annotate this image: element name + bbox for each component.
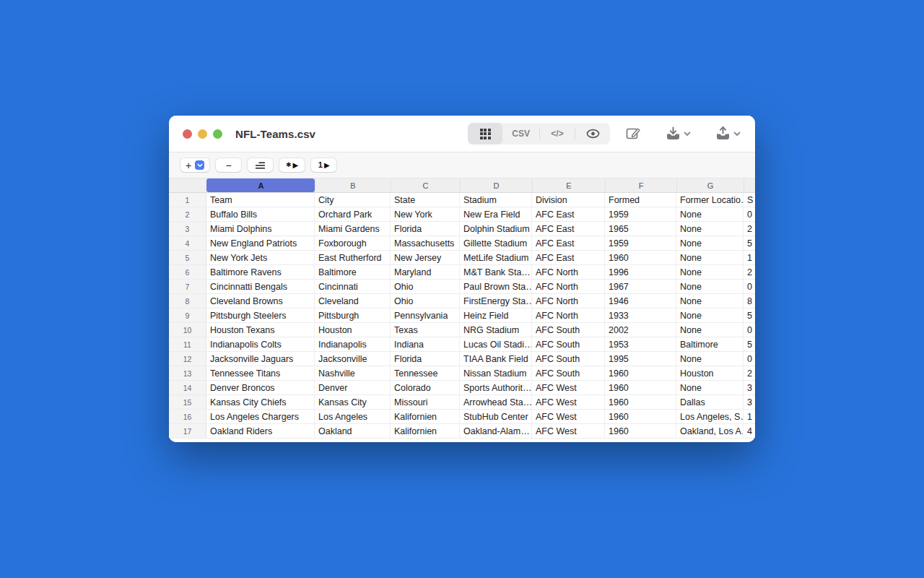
cell[interactable]: Los Angeles xyxy=(315,410,391,423)
cell[interactable]: None xyxy=(676,323,744,337)
cell[interactable]: 3 xyxy=(744,395,755,409)
cell[interactable]: StubHub Center xyxy=(460,410,532,423)
cell[interactable]: None xyxy=(676,251,744,264)
cell[interactable]: East Rutherford xyxy=(315,251,391,264)
cell[interactable]: 5 xyxy=(744,337,755,351)
row-number[interactable]: 17 xyxy=(169,424,206,438)
cell[interactable]: Baltimore xyxy=(315,265,391,279)
cell[interactable]: Cincinnati xyxy=(315,280,391,293)
cell[interactable]: Indianapolis Colts xyxy=(206,337,315,351)
cell[interactable]: Nissan Stadium xyxy=(460,366,532,380)
cell[interactable]: 1960 xyxy=(605,251,676,264)
cell[interactable]: Cleveland xyxy=(315,294,391,308)
cell[interactable]: AFC West xyxy=(532,395,605,409)
cell[interactable]: FirstEnergy Sta… xyxy=(460,294,532,308)
minimize-button[interactable] xyxy=(198,129,207,139)
cell[interactable]: New Jersey xyxy=(391,251,460,264)
cell[interactable]: None xyxy=(676,222,744,236)
cell[interactable]: Kansas City xyxy=(315,395,391,409)
column-header-A[interactable]: A xyxy=(206,178,315,192)
cell[interactable]: Buffalo Bills xyxy=(206,207,315,221)
column-header-C[interactable]: C xyxy=(391,178,460,192)
cell[interactable]: 5 xyxy=(744,236,755,250)
cell[interactable]: AFC West xyxy=(532,381,605,394)
list-options-button[interactable] xyxy=(248,158,273,172)
cell[interactable]: Missouri xyxy=(391,395,460,409)
cell[interactable]: None xyxy=(676,265,744,279)
cell[interactable]: AFC West xyxy=(532,424,605,438)
cell[interactable]: 1933 xyxy=(605,309,676,322)
cell[interactable]: AFC South xyxy=(532,366,605,380)
insert-column-button[interactable]: ✱ ▶ xyxy=(279,158,305,172)
cell[interactable]: AFC South xyxy=(532,352,605,366)
cell[interactable]: Pittsburgh Steelers xyxy=(206,309,315,322)
cell[interactable]: 1960 xyxy=(605,381,676,394)
tab-code-view[interactable]: </> xyxy=(540,123,575,144)
cell[interactable]: Maryland xyxy=(391,265,460,279)
cell[interactable]: Foxborough xyxy=(315,236,391,250)
tab-csv-view[interactable]: CSV xyxy=(502,123,539,144)
cell[interactable]: Colorado xyxy=(391,381,460,394)
cell[interactable]: Miami Dolphins xyxy=(206,222,315,236)
cell[interactable]: Dallas xyxy=(676,395,744,409)
cell[interactable]: None xyxy=(676,294,744,308)
row-number[interactable]: 5 xyxy=(169,251,206,264)
zoom-button[interactable] xyxy=(213,129,222,139)
cell[interactable]: Gillette Stadium xyxy=(460,236,532,250)
cell[interactable]: None xyxy=(676,236,744,250)
cell[interactable]: Ohio xyxy=(391,280,460,293)
cell[interactable]: AFC North xyxy=(532,294,605,308)
cell[interactable]: Oakland, Los A… xyxy=(676,424,744,438)
cell[interactable]: AFC East xyxy=(532,222,605,236)
cell[interactable]: Los Angeles Chargers xyxy=(206,410,315,423)
tab-preview[interactable] xyxy=(575,123,610,144)
cell[interactable]: 1995 xyxy=(605,352,676,366)
row-number[interactable]: 10 xyxy=(169,323,206,337)
row-number[interactable]: 8 xyxy=(169,294,206,308)
cell[interactable]: Texas xyxy=(391,323,460,337)
cell[interactable]: None xyxy=(676,280,744,293)
cell[interactable]: 2 xyxy=(744,265,755,279)
row-number[interactable]: 4 xyxy=(169,236,206,250)
cell[interactable]: AFC East xyxy=(532,236,605,250)
cell[interactable]: Jacksonville xyxy=(315,352,391,366)
cell[interactable]: Indianapolis xyxy=(315,337,391,351)
cell[interactable]: S xyxy=(744,193,755,207)
add-options-dropdown[interactable] xyxy=(195,160,204,170)
cell[interactable]: Stadium xyxy=(460,193,532,207)
cell[interactable]: 0 xyxy=(744,280,755,293)
column-header-F[interactable]: F xyxy=(605,178,676,192)
cell[interactable]: Orchard Park xyxy=(315,207,391,221)
cell[interactable]: 8 xyxy=(744,294,755,308)
insert-row-button[interactable]: 1 ▶ xyxy=(311,158,336,172)
column-header-G[interactable]: G xyxy=(676,178,744,192)
import-button[interactable] xyxy=(661,123,695,144)
cell[interactable]: New Era Field xyxy=(460,207,532,221)
close-button[interactable] xyxy=(183,129,192,139)
cell[interactable]: City xyxy=(315,193,391,207)
cell[interactable]: Florida xyxy=(391,352,460,366)
remove-row-button[interactable]: − xyxy=(216,158,241,172)
cell[interactable]: Indiana xyxy=(391,337,460,351)
cell[interactable]: Houston xyxy=(676,366,744,380)
cell[interactable]: 1996 xyxy=(605,265,676,279)
cell[interactable]: Massachusetts xyxy=(391,236,460,250)
cell[interactable]: Baltimore xyxy=(676,337,744,351)
cell[interactable]: AFC North xyxy=(532,309,605,322)
cell[interactable]: Team xyxy=(206,193,315,207)
cell[interactable]: 1953 xyxy=(605,337,676,351)
cell[interactable]: 1 xyxy=(744,410,755,423)
cell[interactable]: Denver Broncos xyxy=(206,381,315,394)
cell[interactable]: 1959 xyxy=(605,207,676,221)
add-row-button[interactable]: + xyxy=(180,158,209,172)
cell[interactable]: 0 xyxy=(744,352,755,366)
cell[interactable]: MetLife Stadium xyxy=(460,251,532,264)
cell[interactable]: 4 xyxy=(744,424,755,438)
cell[interactable]: Pennsylvania xyxy=(391,309,460,322)
row-number[interactable]: 2 xyxy=(169,207,206,221)
cell[interactable]: 2002 xyxy=(605,323,676,337)
cell[interactable]: 0 xyxy=(744,207,755,221)
cell[interactable]: Sports Authorit… xyxy=(460,381,532,394)
cell[interactable]: Cincinnatti Bengals xyxy=(206,280,315,293)
column-header-partial[interactable] xyxy=(744,178,755,192)
